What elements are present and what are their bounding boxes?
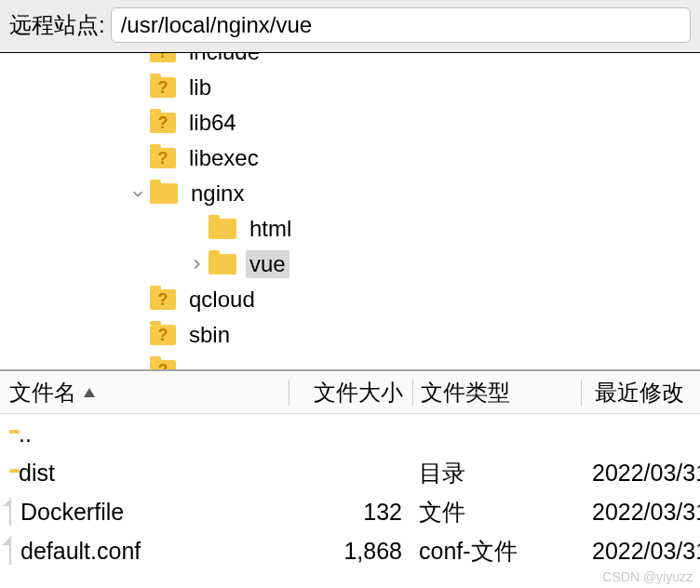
tree-item[interactable]: ?qcloud (0, 282, 700, 317)
file-name: .. (19, 421, 32, 448)
file-list[interactable]: ..dist目录2022/03/31Dockerfile132文件2022/03… (0, 414, 700, 570)
tree-item-label: lib64 (185, 109, 240, 137)
file-modified: 2022/03/31 (579, 499, 700, 526)
chevron-down-icon[interactable] (126, 187, 150, 200)
file-size: 1,868 (289, 538, 411, 565)
tree-item[interactable]: ?lib64 (0, 105, 700, 140)
file-type: conf-文件 (411, 536, 579, 567)
tree-item-label: qcloud (185, 286, 259, 314)
tree-item[interactable]: vue (0, 247, 700, 282)
tree-item-label (185, 369, 193, 371)
column-size-label: 文件大小 (314, 380, 403, 405)
file-row[interactable]: .. (0, 414, 700, 453)
folder-unknown-icon: ? (150, 53, 176, 62)
tree-item[interactable]: ?include (0, 53, 700, 70)
tree-item[interactable]: ?lib (0, 70, 700, 105)
folder-icon (150, 183, 178, 204)
svg-marker-0 (84, 388, 95, 397)
file-modified: 2022/03/31 (579, 460, 700, 487)
remote-path-bar: 远程站点: (0, 0, 700, 53)
file-type: 文件 (411, 497, 579, 528)
tree-item-label: sbin (185, 321, 234, 349)
file-name: Dockerfile (20, 499, 124, 526)
folder-unknown-icon: ? (150, 113, 176, 133)
column-size[interactable]: 文件大小 (289, 378, 412, 408)
column-name[interactable]: 文件名 (0, 378, 289, 408)
folder-unknown-icon: ? (150, 148, 176, 168)
file-icon (9, 538, 11, 565)
file-type: 目录 (411, 458, 579, 488)
watermark: CSDN @yiyuzz (602, 569, 693, 584)
folder-unknown-icon: ? (150, 289, 176, 310)
tree-item-label: libexec (185, 144, 262, 172)
file-modified: 2022/03/31 (579, 538, 700, 565)
file-row[interactable]: Dockerfile132文件2022/03/31 (0, 492, 700, 531)
chevron-right-icon[interactable] (184, 258, 209, 271)
remote-tree-pane[interactable]: ?include?lib?lib64?libexecnginxhtmlvue?q… (0, 53, 700, 371)
folder-unknown-icon: ? (150, 360, 176, 371)
tree-item[interactable]: ? (0, 353, 700, 371)
folder-icon (209, 254, 236, 274)
file-icon (9, 499, 11, 526)
column-modified-label: 最近修改 (595, 380, 684, 405)
file-list-header: 文件名 文件大小 文件类型 最近修改 (0, 371, 700, 414)
tree-item[interactable]: ?sbin (0, 317, 700, 353)
file-size: 132 (289, 499, 411, 526)
sort-asc-icon (82, 386, 97, 399)
tree-item-label: html (246, 215, 295, 243)
remote-path-input[interactable] (111, 7, 691, 43)
file-name: default.conf (20, 538, 141, 565)
column-type[interactable]: 文件类型 (413, 378, 581, 408)
folder-icon (209, 219, 236, 239)
column-type-label: 文件类型 (421, 380, 510, 405)
tree-item-label: include (185, 53, 263, 66)
folder-unknown-icon: ? (150, 325, 176, 345)
tree-item-label: vue (246, 250, 289, 278)
tree-item[interactable]: html (0, 211, 700, 247)
file-name: dist (19, 460, 55, 487)
column-modified[interactable]: 最近修改 (582, 378, 700, 408)
folder-unknown-icon: ? (150, 77, 176, 98)
column-name-label: 文件名 (9, 378, 76, 408)
tree-item[interactable]: nginx (0, 176, 700, 211)
tree-item-label: nginx (187, 180, 248, 207)
tree-item[interactable]: ?libexec (0, 140, 700, 176)
remote-site-label: 远程站点: (9, 10, 105, 40)
file-row[interactable]: default.conf1,868conf-文件2022/03/31 (0, 531, 700, 570)
file-row[interactable]: dist目录2022/03/31 (0, 453, 700, 492)
tree-item-label: lib (185, 74, 215, 101)
